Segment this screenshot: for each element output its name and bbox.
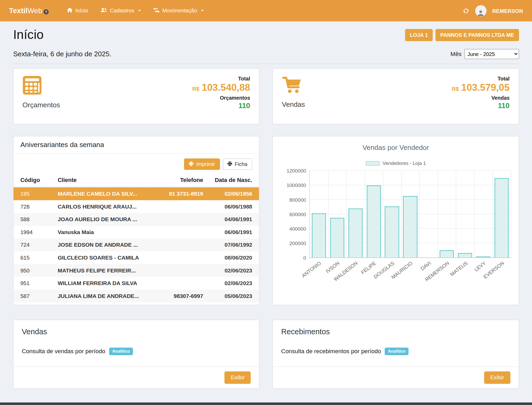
chevron-down-icon — [201, 10, 204, 11]
chart-area: 020000040000060000080000010000001200000 … — [280, 171, 511, 285]
nav-item-movimentacao[interactable]: Movimentação — [149, 4, 208, 17]
x-tick-label: LEVY — [473, 260, 487, 273]
chart-bar-remerson — [440, 250, 454, 257]
cell-nasc: 06/06/1988 — [207, 200, 259, 213]
cell-telefone — [151, 200, 207, 213]
vendas-label: Vendas — [282, 100, 305, 108]
legend-swatch — [366, 161, 380, 165]
cell-telefone — [151, 226, 207, 239]
ficha-button[interactable]: Ficha — [223, 158, 252, 170]
cell-codigo: 728 — [13, 200, 54, 213]
table-row[interactable]: 1994Vanuska Maia06/06/1991 — [13, 226, 259, 239]
chart-plot — [309, 171, 511, 258]
cell-cliente: GILCLECIO SOARES - CAMILA — [54, 251, 151, 264]
chart-y-axis: 020000040000060000080000010000001200000 — [280, 171, 309, 258]
nav-menu: Início Cadastros Movimentação — [63, 4, 463, 17]
orcamentos-label: Orçamentos — [22, 101, 60, 109]
user-name[interactable]: REMERSON — [492, 8, 523, 14]
total-label: Total — [452, 75, 510, 81]
x-tick-label: ANTONIO — [301, 260, 322, 279]
cell-cliente: Vanuska Maia — [54, 226, 151, 239]
cell-cliente: JULIANA LIMA DE ANDRADE... — [54, 290, 151, 302]
vendas-panel-description: Consulta de vendas por período — [22, 348, 106, 355]
calculator-icon — [22, 75, 42, 96]
users-icon — [101, 8, 107, 14]
vendas-total-value: R$103.579,05 — [452, 82, 510, 93]
refresh-icon[interactable] — [463, 7, 469, 14]
brand-logo[interactable]: TextilWeb ? — [9, 7, 49, 15]
table-row[interactable]: 951WILLIAM FERREIRA DA SILVA02/06/2023 — [13, 277, 259, 290]
column-nasc: Data de Nasc. — [207, 174, 259, 187]
chart-bar-waldeson — [348, 208, 363, 257]
cell-codigo: 724 — [13, 239, 54, 251]
top-navbar: TextilWeb ? Início Cadastros Movimentaçã… — [0, 0, 532, 21]
vendas-panel-title: Vendas — [13, 320, 259, 336]
date-text: Sexta-feira, 6 de junho de 2025. — [13, 50, 112, 58]
cell-cliente: CARLOS HENRIQUE ARAUJ... — [54, 200, 151, 213]
x-tick-label: IVSON — [325, 260, 340, 274]
cell-telefone: 81 3731-8919 — [151, 187, 207, 200]
cell-codigo: 587 — [13, 290, 54, 302]
month-select[interactable]: June - 2025 — [464, 49, 519, 59]
cell-telefone — [151, 213, 207, 226]
divider — [13, 64, 519, 64]
table-row[interactable]: 728CARLOS HENRIQUE ARAUJ...06/06/1988 — [13, 200, 259, 213]
orcamentos-total-value: R$103.540,88 — [192, 82, 250, 93]
table-row[interactable]: 587JULIANA LIMA DE ANDRADE...98307-69970… — [13, 290, 259, 302]
vendas-count-label: Vendas — [452, 95, 510, 101]
table-row[interactable]: 615GILCLECIO SOARES - CAMILA08/06/2020 — [13, 251, 259, 264]
recebimentos-panel-title: Recebimentos — [273, 320, 519, 336]
cell-cliente: JOSE EDSON DE ANDRADE ... — [54, 239, 151, 251]
vendas-card: Vendas Total R$103.579,05 Vendas 110 — [273, 68, 519, 124]
cell-nasc: 02/06/2023 — [207, 264, 259, 277]
chart-bar-levy — [476, 256, 490, 257]
vendas-exibir-button[interactable]: Exibir — [224, 371, 251, 384]
nav-item-cadastros[interactable]: Cadastros — [96, 4, 145, 17]
print-button[interactable]: Imprimir — [184, 158, 220, 170]
table-row[interactable]: 195MARLENE CAMELO DA SILV...81 3731-8919… — [13, 187, 259, 200]
chart-bar-mateus — [458, 253, 472, 257]
nav-label: Início — [75, 8, 88, 14]
cell-cliente: MARLENE CAMELO DA SILV... — [54, 187, 151, 200]
cell-codigo: 951 — [13, 277, 54, 290]
table-row[interactable]: 950MATHEUS FELIPE FERREIR...02/06/2023 — [13, 264, 259, 277]
y-tick-label: 800000 — [289, 197, 306, 202]
chart-legend[interactable]: Vendedores - Loja 1 — [366, 160, 426, 166]
y-tick-label: 1200000 — [287, 168, 306, 174]
cell-codigo: 195 — [13, 187, 54, 200]
nav-item-inicio[interactable]: Início — [63, 4, 93, 17]
cart-icon — [282, 75, 302, 95]
month-label: Mês — [450, 50, 461, 57]
sales-chart-card: Vendas por Vendedor Vendedores - Loja 1 … — [273, 136, 519, 305]
cell-cliente: MATHEUS FELIPE FERREIR... — [54, 264, 151, 277]
store-button[interactable]: LOJA 1 — [405, 29, 433, 41]
y-tick-label: 600000 — [289, 212, 306, 217]
column-cliente: Cliente — [54, 174, 151, 187]
vendas-panel: Vendas Consulta de vendas por período An… — [13, 320, 259, 389]
cell-telefone — [151, 277, 207, 290]
table-row[interactable]: 588JOAO AURELIO DE MOURA ...04/06/1991 — [13, 213, 259, 226]
cell-codigo: 615 — [13, 251, 54, 264]
cell-codigo: 1994 — [13, 226, 54, 239]
total-label: Total — [192, 75, 250, 81]
cell-nasc: 04/06/1991 — [207, 213, 259, 226]
table-row[interactable]: 724JOSE EDSON DE ANDRADE ...07/06/1992 — [13, 239, 259, 251]
avatar[interactable] — [475, 5, 486, 16]
cell-nasc: 02/06/1956 — [207, 187, 259, 200]
cell-nasc: 07/06/1992 — [207, 239, 259, 251]
recebimentos-exibir-button[interactable]: Exibir — [484, 371, 510, 384]
chart-bar-douglas — [385, 206, 399, 257]
cell-telefone — [151, 264, 207, 277]
brand-bold: Textil — [9, 7, 27, 15]
nav-label: Movimentação — [162, 8, 197, 14]
birthdays-title: Aniversariantes da semana — [13, 136, 259, 154]
x-tick-label: DAVI — [420, 260, 432, 272]
column-codigo: Código — [13, 174, 54, 187]
nav-label: Cadastros — [110, 8, 134, 14]
orcamentos-count-label: Orçamentos — [192, 95, 250, 101]
help-icon[interactable]: ? — [44, 9, 49, 14]
company-button[interactable]: PANNOS E PANNOS LTDA ME — [435, 29, 519, 41]
cell-telefone — [151, 251, 207, 264]
page-title: Início — [13, 28, 44, 42]
legend-label: Vendedores - Loja 1 — [383, 160, 426, 166]
